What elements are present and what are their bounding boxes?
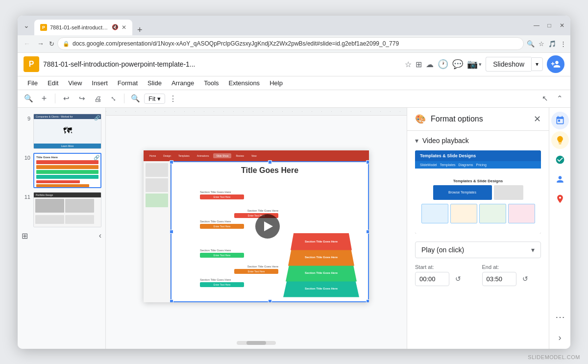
maximize-button[interactable]: □	[545, 21, 554, 30]
tab-mute-icon[interactable]: 🔇	[112, 24, 119, 30]
vp-title: Templates & Slide Designs	[453, 179, 503, 183]
url-action-icons: 🔍 ☆ 🎵 ⋮	[527, 40, 566, 48]
slide-tab-1: Home	[147, 153, 159, 158]
zoom-value: Fit	[148, 95, 155, 102]
reset-end-button[interactable]: ↺	[519, 273, 531, 285]
video-button[interactable]: 📷 ▾	[467, 59, 482, 70]
slide-item-9[interactable]: 9 Companies & Clients - Worked for 🗺 Lea…	[18, 112, 105, 151]
active-tab[interactable]: P 7881-01-self-introduction-... 🔇 ✕	[34, 20, 132, 35]
toolbar-separator-2	[124, 94, 124, 103]
horizontal-scrollbar[interactable]	[237, 341, 276, 345]
cloud-icon[interactable]: ☁	[426, 60, 434, 69]
section-collapse-button[interactable]: ▾	[415, 137, 418, 145]
format-panel-close-button[interactable]: ✕	[534, 114, 541, 124]
format-panel-header: 🎨 Format options ✕	[407, 108, 549, 131]
zoom-icon[interactable]: 🔍	[527, 40, 535, 48]
chat-button[interactable]: 💬	[452, 59, 463, 70]
slide-thumbnail-9: Companies & Clients - Worked for 🗺 Learn…	[33, 114, 101, 149]
back-arrow[interactable]: ←	[22, 38, 32, 49]
print-button[interactable]: 🖨	[91, 92, 104, 105]
close-button[interactable]: ✕	[558, 21, 566, 30]
bottom-navigation: ⊞ ‹	[18, 229, 105, 243]
format-panel-content: ▾ Video playback Templates & Slide Desig…	[407, 131, 549, 349]
menu-format[interactable]: Format	[114, 78, 142, 88]
star-icon[interactable]: ☆	[405, 60, 412, 69]
mini-thumb-1	[146, 163, 168, 177]
tab-close-button[interactable]: ✕	[122, 24, 126, 31]
slide-title-text: Title Goes Here	[241, 166, 298, 175]
more-icon[interactable]: ⋮	[560, 40, 566, 48]
end-time-label: End at:	[482, 264, 541, 270]
add-tool[interactable]: +	[37, 92, 51, 105]
minimize-button[interactable]: —	[532, 21, 541, 30]
cursor-group: ↖ ⌃	[538, 92, 566, 105]
zoom-select-tool[interactable]: 🔍	[22, 92, 35, 105]
vp-nav-1: SlideModel	[420, 163, 437, 167]
vp-card-3	[479, 204, 506, 223]
window-controls: — □ ✕	[532, 21, 566, 30]
tab-title: 7881-01-self-introduction-...	[50, 24, 109, 30]
sidebar-maps-icon[interactable]	[551, 190, 569, 208]
new-tab-button[interactable]: +	[133, 25, 147, 35]
vp-nav-4: Pricing	[476, 163, 487, 167]
slideshow-button[interactable]: Slideshow	[486, 57, 531, 72]
slide-mini-thumbnails	[144, 161, 170, 209]
more-options-button[interactable]: ⋮	[169, 94, 177, 103]
slide-number-10: 10	[22, 155, 30, 161]
forward-arrow[interactable]: →	[35, 38, 46, 49]
reload-button[interactable]: ↻	[49, 40, 54, 48]
collapse-panel-button[interactable]: ‹	[99, 231, 101, 240]
menu-edit[interactable]: Edit	[44, 78, 62, 88]
redo-button[interactable]: ↪	[75, 92, 89, 105]
menu-extensions[interactable]: Extensions	[225, 78, 264, 88]
slide-item-10[interactable]: 10 Title Goes Here	[18, 151, 105, 190]
slide-link-icon-9: 🔗	[94, 115, 100, 121]
sidebar-expand-button[interactable]: ›	[557, 331, 564, 345]
sidebar-tasks-icon[interactable]	[551, 151, 569, 169]
sidebar-bulb-icon[interactable]	[551, 131, 569, 149]
video-preview: Templates & Slide Designs SlideModel Tem…	[415, 150, 541, 234]
sidebar-calendar-icon[interactable]	[551, 112, 569, 129]
reset-start-button[interactable]: ↺	[452, 273, 464, 285]
slideshow-dropdown-button[interactable]: ▾	[531, 57, 543, 71]
sidebar-more-button[interactable]: ⋯	[555, 311, 565, 323]
secure-icon: 🔒	[63, 41, 70, 47]
slides-panel: 9 Companies & Clients - Worked for 🗺 Lea…	[18, 108, 106, 349]
menu-tools[interactable]: Tools	[200, 78, 222, 88]
play-option-container: Play (on click) ▾	[415, 242, 541, 258]
url-bar[interactable]: 🔒 docs.google.com/presentation/d/1Noyx-x…	[57, 37, 524, 50]
menu-slide[interactable]: Slide	[144, 78, 166, 88]
menu-file[interactable]: File	[24, 78, 42, 88]
menu-help[interactable]: Help	[266, 78, 287, 88]
slide-item-11[interactable]: 11 Portfolio Design	[18, 190, 105, 229]
add-person-button[interactable]	[547, 55, 564, 73]
section-label-right-2: Section Title Goes Here Enter Text Here	[215, 265, 278, 274]
media-icon[interactable]: 🎵	[548, 40, 556, 48]
drive-icon[interactable]: ⊞	[416, 60, 422, 69]
menu-insert[interactable]: Insert	[88, 78, 112, 88]
mini-thumb-2	[146, 178, 168, 192]
vp-nav-3: Diagrams	[459, 163, 473, 167]
cursor-tool[interactable]: ↖	[538, 92, 552, 105]
paint-format-button[interactable]: ⤡	[106, 92, 120, 105]
bookmark-icon[interactable]: ☆	[539, 40, 544, 48]
right-sidebar: ⋯ ›	[549, 108, 570, 349]
slide-tab-7: View	[248, 153, 260, 158]
start-time-input[interactable]	[415, 272, 449, 286]
toolbar-right: 🕐 💬 📷 ▾ Slideshow ▾	[438, 55, 564, 73]
menu-arrange[interactable]: Arrange	[168, 78, 198, 88]
grid-view-button[interactable]: ⊞	[22, 231, 28, 241]
end-time-input-row: ↺	[482, 272, 541, 286]
undo-button[interactable]: ↩	[59, 92, 73, 105]
menu-view[interactable]: View	[64, 78, 86, 88]
end-time-input[interactable]	[482, 272, 516, 286]
zoom-out-button[interactable]: 🔍	[128, 92, 142, 105]
play-button-overlay[interactable]	[255, 214, 280, 239]
sidebar-contacts-icon[interactable]	[551, 170, 569, 188]
play-dropdown[interactable]: Play (on click) ▾	[415, 242, 541, 258]
slideshow-wrapper: Slideshow ▾	[486, 57, 543, 72]
slide-left-panel	[144, 161, 171, 302]
zoom-dropdown[interactable]: Fit ▾	[144, 94, 165, 104]
expand-tool[interactable]: ⌃	[553, 92, 566, 105]
history-button[interactable]: 🕐	[438, 59, 448, 70]
